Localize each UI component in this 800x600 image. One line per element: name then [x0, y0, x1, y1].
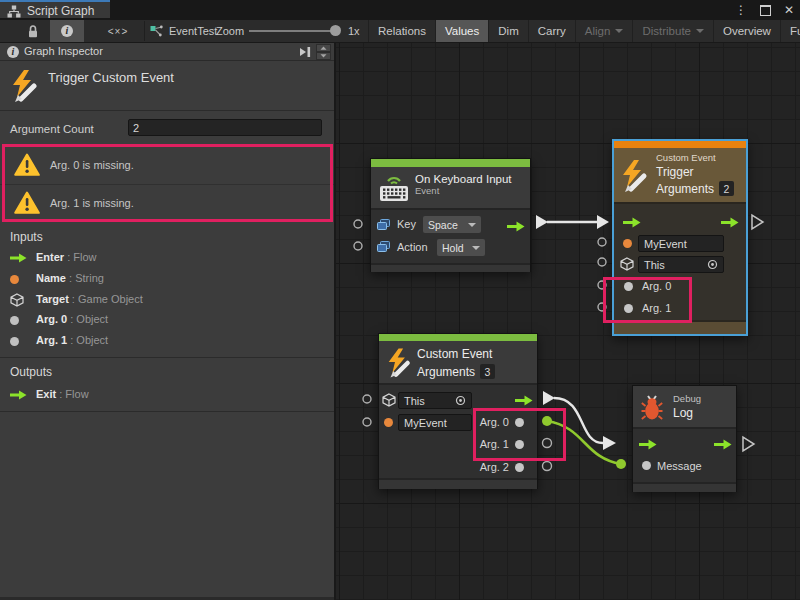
flow-out-port[interactable]: [720, 217, 740, 228]
object-picker-icon[interactable]: [455, 395, 466, 406]
chevron-down-icon: [696, 29, 704, 33]
values-button[interactable]: Values: [435, 20, 488, 42]
row-label: Key: [397, 218, 416, 230]
node-title: On Keyboard Input: [415, 173, 512, 185]
kebab-menu-icon[interactable]: ⋮: [735, 0, 747, 20]
warning-row: Arg. 0 is missing.: [0, 147, 334, 184]
flow-out-port[interactable]: [714, 439, 732, 450]
lock-button[interactable]: [16, 20, 50, 42]
object-dot-icon: [515, 418, 524, 427]
event-color-bar: [614, 141, 746, 148]
node-header: On Keyboard Input Event: [371, 167, 530, 210]
arg-port-label: Arg. 1: [642, 302, 671, 314]
window-controls: ⋮ ✕: [735, 0, 794, 20]
object-dot-icon: [515, 463, 524, 472]
inspector-toggle-button[interactable]: i: [50, 20, 84, 42]
string-dot-icon: [384, 418, 393, 427]
args-count-badge: 3: [480, 364, 495, 379]
event-color-bar: [379, 334, 537, 341]
node-trigger-custom-event[interactable]: Custom Event Trigger Arguments 2 MyEvent: [612, 139, 748, 336]
event-name-field[interactable]: MyEvent: [398, 414, 472, 431]
maximize-icon[interactable]: [760, 5, 771, 16]
graph-asset-icon: [150, 25, 163, 38]
warning-text: Arg. 1 is missing.: [50, 197, 134, 209]
node-body: This MyEvent Arg. 0 Arg. 1 Arg. 2: [379, 387, 537, 478]
string-dot-icon: [10, 269, 30, 289]
node-title: Log: [673, 406, 701, 420]
inspector-title: Graph Inspector: [24, 45, 103, 57]
chevron-down-icon: [472, 246, 480, 250]
node-kicker: Custom Event: [656, 152, 734, 163]
overview-button[interactable]: Overview: [713, 20, 780, 42]
node-footer: [614, 320, 746, 334]
target-field[interactable]: This: [398, 392, 472, 409]
flow-in-port[interactable]: [622, 217, 642, 228]
node-debug-log[interactable]: Debug Log Message: [632, 385, 737, 492]
object-picker-icon[interactable]: [707, 259, 718, 270]
panel-spinner-icon[interactable]: [316, 44, 331, 60]
inspected-unit-title: Trigger Custom Event: [48, 70, 174, 85]
tab-script-graph[interactable]: Script Graph: [0, 0, 110, 18]
node-footer: [379, 478, 537, 489]
chevron-down-icon: [468, 223, 476, 227]
object-dot-icon: [642, 461, 651, 470]
flow-in-port[interactable]: [639, 439, 657, 450]
string-dot-icon: [623, 239, 632, 248]
node-args-row: Arguments 3: [417, 364, 495, 379]
chevron-down-icon: [615, 29, 623, 33]
cube-icon: [620, 257, 634, 271]
graph-toolbar: i <×> EventTest Zoom 1x Relations Values…: [0, 20, 800, 43]
target-field[interactable]: This: [638, 256, 724, 273]
node-header: Custom Event Arguments 3: [379, 341, 537, 385]
cube-icon: [382, 393, 396, 407]
tab-bar: Script Graph ⋮ ✕: [0, 0, 800, 20]
zoom-slider-track[interactable]: [249, 30, 339, 32]
graph-breadcrumb[interactable]: EventTest: [150, 20, 217, 42]
node-on-keyboard-input[interactable]: On Keyboard Input Event Key Space Action: [370, 158, 531, 272]
custom-event-icon: [620, 159, 650, 193]
distribute-button[interactable]: Distribute: [632, 20, 713, 42]
carry-button[interactable]: Carry: [528, 20, 575, 42]
dock-panel-icon[interactable]: [298, 46, 312, 58]
zoom-slider-handle[interactable]: [330, 25, 341, 36]
graph-inspector-panel: i Graph Inspector Trigger Custom Event A…: [0, 43, 336, 600]
info-icon: i: [61, 25, 73, 37]
warning-icon: [14, 191, 40, 215]
event-name-field[interactable]: MyEvent: [638, 235, 724, 252]
custom-event-icon: [10, 70, 40, 102]
port-list-item: ExitFlow: [0, 385, 334, 405]
relations-button[interactable]: Relations: [368, 20, 435, 42]
object-dot-icon: [624, 304, 633, 313]
arg-out-label: Arg. 0: [475, 416, 509, 428]
flow-out-port[interactable]: [515, 395, 533, 406]
code-view-button[interactable]: <×>: [94, 20, 142, 42]
unity-script-graph-window: Script Graph ⋮ ✕ i <×>: [0, 0, 800, 600]
keycode-icon: [377, 219, 390, 231]
node-custom-event[interactable]: Custom Event Arguments 3 This: [378, 333, 538, 489]
node-kicker: Debug: [673, 393, 701, 404]
port-list-item: EnterFlow: [0, 248, 334, 268]
key-dropdown[interactable]: Space: [423, 216, 481, 233]
action-dropdown[interactable]: Hold: [437, 239, 485, 256]
close-icon[interactable]: ✕: [784, 0, 794, 20]
arg-port-label: Arg. 0: [642, 280, 671, 292]
object-dot-icon: [10, 310, 30, 330]
object-dot-icon: [624, 282, 633, 291]
align-button[interactable]: Align: [575, 20, 633, 42]
flow-out-port[interactable]: [507, 221, 525, 232]
outputs-header: Outputs: [10, 365, 52, 379]
full-screen-button[interactable]: Full Screen: [780, 20, 800, 42]
divider: [0, 110, 334, 111]
dim-button[interactable]: Dim: [488, 20, 527, 42]
port-list-item: Arg. 1Object: [0, 331, 334, 351]
argument-count-input[interactable]: [128, 119, 322, 136]
toolbar-button-group: Relations Values Dim Carry Align Distrib…: [368, 20, 800, 42]
argument-count-label: Argument Count: [10, 123, 94, 135]
flow-arrow-icon: [10, 385, 30, 405]
node-body: Key Space Action Hold: [371, 212, 530, 261]
tab-title: Script Graph: [27, 4, 94, 18]
keyboard-icon: [377, 171, 411, 205]
script-graph-icon: [7, 5, 21, 18]
info-icon: i: [7, 46, 19, 58]
warning-icon: [14, 153, 40, 177]
